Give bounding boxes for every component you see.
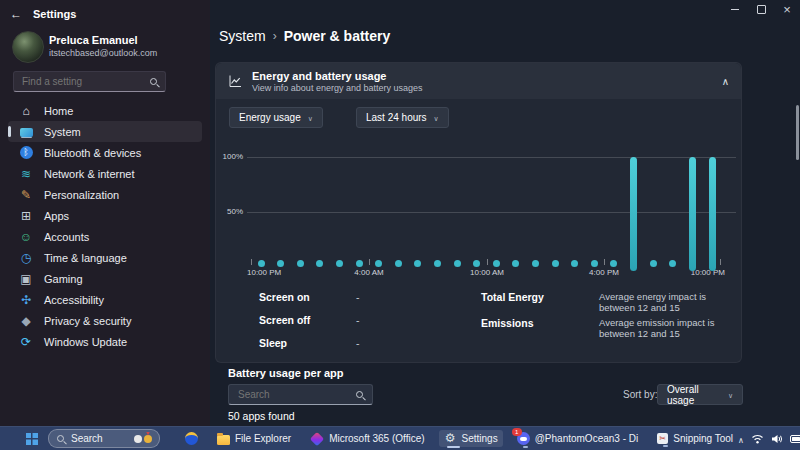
app-search-box[interactable] xyxy=(228,384,373,405)
taskbar-app-label: Settings xyxy=(462,433,498,444)
taskbar: Search File ExplorerMicrosoft 365 (Offic… xyxy=(0,426,800,450)
energy-dot xyxy=(532,260,539,267)
battery-icon[interactable] xyxy=(790,435,800,443)
energy-dot xyxy=(512,260,519,267)
tray-chevron-up-icon[interactable] xyxy=(738,433,744,445)
energy-bar xyxy=(630,157,637,271)
settings-gear-icon xyxy=(444,432,457,445)
avatar[interactable] xyxy=(12,31,44,63)
energy-dot xyxy=(356,260,363,267)
usage-type-value: Energy usage xyxy=(239,112,301,123)
highlight-medal-icon xyxy=(144,435,152,443)
stats-left: Screen on-Screen off-Sleep- xyxy=(259,291,469,360)
snipping-tool-icon xyxy=(657,433,668,444)
taskbar-app-label: @PhantomOcean3 - Di xyxy=(535,433,639,444)
stats-right: Total EnergyAverage energy impact is bet… xyxy=(481,291,731,343)
sidebar-item-label: System xyxy=(44,126,81,138)
usage-type-dropdown[interactable]: Energy usage xyxy=(229,107,323,128)
energy-dot xyxy=(571,260,578,267)
stat-value: - xyxy=(356,291,360,303)
x-axis-label: 4:00 AM xyxy=(354,268,383,277)
energy-dot xyxy=(473,260,480,267)
sidebar-item-label: Time & language xyxy=(44,252,127,264)
sidebar-item-label: Accounts xyxy=(44,231,89,243)
minimize-icon[interactable] xyxy=(722,0,748,19)
breadcrumb-system[interactable]: System xyxy=(219,28,266,44)
sidebar-item-system[interactable]: System xyxy=(8,121,202,142)
sidebar-item-label: Apps xyxy=(44,210,69,222)
sidebar-item-personalization[interactable]: ✎Personalization xyxy=(8,184,202,205)
sidebar-item-privacy-security[interactable]: ◆Privacy & security xyxy=(8,310,202,331)
taskbar-left: Search File ExplorerMicrosoft 365 (Offic… xyxy=(0,429,738,448)
back-icon[interactable] xyxy=(10,7,24,21)
taskbar-app-label: Microsoft 365 (Office) xyxy=(329,433,424,444)
personalization-icon: ✎ xyxy=(18,187,34,203)
sidebar-search-box[interactable] xyxy=(13,71,166,92)
taskbar-pinned-app[interactable] xyxy=(180,430,203,447)
sidebar-item-bluetooth-devices[interactable]: ᛒBluetooth & devices xyxy=(8,142,202,163)
energy-card-header[interactable]: Energy and battery usage View info about… xyxy=(216,63,741,99)
sidebar-item-accounts[interactable]: ☺Accounts xyxy=(8,226,202,247)
running-indicator xyxy=(447,446,460,448)
energy-battery-card: Energy and battery usage View info about… xyxy=(215,62,742,363)
taskbar-app-settings[interactable]: Settings xyxy=(439,430,503,447)
taskbar-apps: File ExplorerMicrosoft 365 (Office)Setti… xyxy=(180,430,738,447)
battery-usage-title: Battery usage per app xyxy=(228,367,344,379)
sort-by-label: Sort by: xyxy=(623,389,657,400)
stat-label: Total Energy xyxy=(481,291,599,303)
energy-dot xyxy=(493,260,500,267)
energy-dot xyxy=(434,260,441,267)
sort-dropdown[interactable]: Overall usage xyxy=(657,384,743,405)
speaker-icon[interactable] xyxy=(771,434,783,444)
start-button-icon[interactable] xyxy=(26,433,38,445)
stat-row: EmissionsAverage emission impact is betw… xyxy=(481,317,731,339)
chart-gridline xyxy=(247,212,736,213)
sidebar-item-apps[interactable]: ⊞Apps xyxy=(8,205,202,226)
taskbar-app-file-explorer[interactable]: File Explorer xyxy=(212,431,296,447)
search-icon xyxy=(56,434,66,444)
sidebar-item-network-internet[interactable]: ≋Network & internet xyxy=(8,163,202,184)
highlight-ball-icon xyxy=(134,435,142,443)
home-icon: ⌂ xyxy=(18,103,34,119)
page-title: Power & battery xyxy=(284,28,391,44)
energy-card-subtitle: View info about energy and battery usage… xyxy=(252,83,422,93)
sidebar-item-time-language[interactable]: ◷Time & language xyxy=(8,247,202,268)
wifi-icon[interactable] xyxy=(751,434,764,444)
running-indicator xyxy=(663,445,668,447)
sidebar-item-label: Bluetooth & devices xyxy=(44,147,141,159)
taskbar-app-phantomocean3-di[interactable]: 1@PhantomOcean3 - Di xyxy=(512,430,644,447)
maximize-icon[interactable] xyxy=(748,0,774,19)
sidebar-nav: ⌂HomeSystemᛒBluetooth & devices≋Network … xyxy=(8,100,202,352)
stat-label: Sleep xyxy=(259,337,356,349)
sidebar-item-home[interactable]: ⌂Home xyxy=(8,100,202,121)
system-icon xyxy=(20,128,33,137)
app-search-input[interactable] xyxy=(236,388,351,401)
x-axis-tick xyxy=(604,259,605,265)
sidebar-item-label: Network & internet xyxy=(44,168,134,180)
windows-update-icon: ⟳ xyxy=(18,334,34,350)
apps-found-count: 50 apps found xyxy=(228,410,295,422)
chevron-down-icon xyxy=(434,112,439,123)
taskbar-app-microsoft-365-office[interactable]: Microsoft 365 (Office) xyxy=(305,431,429,446)
window-controls xyxy=(722,0,800,19)
sidebar-item-accessibility[interactable]: ✣Accessibility xyxy=(8,289,202,310)
time-range-dropdown[interactable]: Last 24 hours xyxy=(356,107,449,128)
pinned-app-icon xyxy=(185,432,198,445)
y-axis-label: 50% xyxy=(216,207,243,216)
energy-dot xyxy=(454,260,461,267)
find-setting-input[interactable] xyxy=(20,75,145,88)
main-content: System › Power & battery Energy and batt… xyxy=(210,0,800,426)
scrollbar[interactable] xyxy=(796,105,799,160)
energy-dot xyxy=(591,260,598,267)
energy-card-titles: Energy and battery usage View info about… xyxy=(252,70,422,93)
x-axis-label: 4:00 PM xyxy=(589,268,619,277)
close-icon[interactable] xyxy=(774,0,800,19)
breadcrumb-separator: › xyxy=(273,29,277,43)
sidebar-item-windows-update[interactable]: ⟳Windows Update xyxy=(8,331,202,352)
taskbar-search[interactable]: Search xyxy=(48,429,160,448)
privacy-icon: ◆ xyxy=(18,313,34,329)
taskbar-app-snipping-tool[interactable]: Snipping Tool xyxy=(652,431,738,446)
sidebar-item-gaming[interactable]: ▣Gaming xyxy=(8,268,202,289)
user-email: itstechbased@outlook.com xyxy=(49,48,157,58)
chevron-up-icon[interactable] xyxy=(722,75,729,87)
